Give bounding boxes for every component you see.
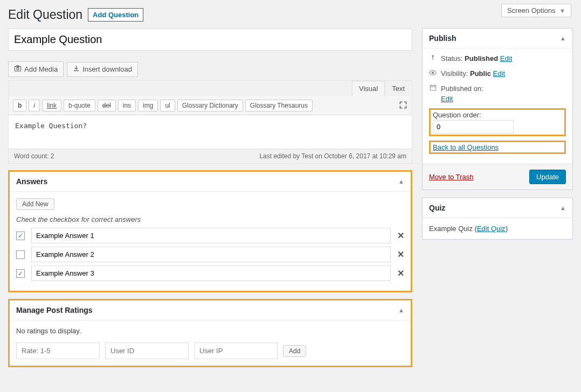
- editor-container: Visual Text b i link b-quote del ins img…: [8, 80, 412, 164]
- toolbar-ul-button[interactable]: ul: [160, 100, 175, 111]
- insert-download-label: Insert download: [82, 65, 132, 73]
- quiz-name: Example Quiz: [429, 225, 473, 233]
- chevron-up-icon[interactable]: ▲: [560, 205, 566, 211]
- svg-rect-0: [15, 67, 20, 71]
- quiz-panel-title: Quiz: [429, 204, 445, 212]
- update-button[interactable]: Update: [529, 170, 566, 184]
- quiz-panel: Quiz ▲ Example Quiz (Edit Quiz): [422, 198, 573, 240]
- svg-rect-4: [432, 57, 433, 60]
- answer-checkbox[interactable]: ✓: [16, 269, 25, 278]
- toolbar-del-button[interactable]: del: [98, 100, 116, 111]
- ratings-empty-text: No ratings to display.: [16, 327, 404, 335]
- toolbar-link-button[interactable]: link: [42, 100, 61, 111]
- answer-row: ✓ ✕: [16, 228, 404, 243]
- last-edited: Last edited by Test on October 6, 2017 a…: [259, 152, 406, 160]
- userip-input[interactable]: [194, 342, 278, 359]
- toolbar-glossary-dict-button[interactable]: Glossary Dictionary: [177, 100, 243, 111]
- add-question-button[interactable]: Add Question: [88, 8, 143, 22]
- fullscreen-icon[interactable]: [399, 101, 407, 111]
- question-order-input[interactable]: [433, 120, 514, 134]
- screen-options-button[interactable]: Screen Options ▼: [501, 4, 571, 17]
- toolbar-ins-button[interactable]: ins: [118, 100, 136, 111]
- answer-checkbox[interactable]: [16, 250, 25, 259]
- add-media-button[interactable]: Add Media: [8, 61, 64, 77]
- insert-download-button[interactable]: Insert download: [67, 62, 138, 77]
- svg-point-1: [17, 68, 19, 70]
- ratings-panel-title: Manage Post Ratings: [16, 306, 93, 314]
- edit-date-link[interactable]: Edit: [441, 95, 453, 103]
- toolbar-bquote-button[interactable]: b-quote: [64, 100, 95, 111]
- rate-input[interactable]: [16, 342, 100, 359]
- back-to-questions-link[interactable]: Back to all Questions: [433, 143, 499, 151]
- pin-icon: [429, 54, 437, 63]
- toolbar-italic-button[interactable]: i: [29, 100, 40, 111]
- svg-rect-6: [430, 86, 435, 90]
- answers-panel-title: Answers: [16, 177, 47, 186]
- edit-quiz-link[interactable]: Edit Quiz: [477, 225, 506, 233]
- add-rating-button[interactable]: Add: [283, 345, 306, 357]
- visibility-label: Visibility:: [441, 69, 468, 78]
- move-to-trash-link[interactable]: Move to Trash: [429, 173, 473, 181]
- screen-options-label: Screen Options: [507, 6, 556, 15]
- status-value: Published: [465, 54, 498, 62]
- answer-input[interactable]: [31, 265, 391, 281]
- answer-input[interactable]: [31, 228, 391, 243]
- published-on-label: Published on:: [441, 85, 483, 93]
- edit-visibility-link[interactable]: Edit: [493, 69, 505, 78]
- toolbar-img-button[interactable]: img: [138, 100, 158, 111]
- answer-row: ✕: [16, 247, 404, 262]
- answer-input[interactable]: [31, 247, 391, 262]
- tab-visual[interactable]: Visual: [352, 81, 385, 96]
- svg-point-5: [432, 72, 434, 74]
- publish-panel-title: Publish: [429, 34, 456, 43]
- answer-row: ✓ ✕: [16, 265, 404, 281]
- remove-answer-icon[interactable]: ✕: [397, 249, 404, 260]
- status-label: Status:: [441, 54, 462, 62]
- toolbar-glossary-thes-button[interactable]: Glossary Thesaurus: [245, 100, 313, 111]
- chevron-up-icon[interactable]: ▲: [398, 178, 404, 185]
- chevron-down-icon: ▼: [559, 8, 565, 14]
- remove-answer-icon[interactable]: ✕: [397, 268, 404, 278]
- question-title-input[interactable]: [8, 29, 412, 51]
- word-count: Word count: 2: [14, 152, 54, 160]
- calendar-icon: [429, 84, 437, 93]
- remove-answer-icon[interactable]: ✕: [397, 230, 404, 241]
- chevron-up-icon[interactable]: ▲: [398, 307, 404, 313]
- question-order-label: Question order:: [433, 111, 562, 119]
- eye-icon: [429, 69, 437, 78]
- answers-hint: Check the checkbox for correct answers: [16, 215, 404, 223]
- chevron-up-icon[interactable]: ▲: [560, 35, 566, 41]
- tab-text[interactable]: Text: [385, 81, 412, 96]
- download-icon: [73, 65, 80, 74]
- add-media-label: Add Media: [24, 65, 58, 73]
- answer-checkbox[interactable]: ✓: [16, 232, 25, 240]
- publish-panel: Publish ▲ Status: Published Edit: [422, 28, 573, 190]
- userid-input[interactable]: [105, 342, 189, 359]
- toolbar-bold-button[interactable]: b: [13, 100, 26, 111]
- edit-status-link[interactable]: Edit: [500, 54, 512, 62]
- camera-icon: [14, 65, 22, 74]
- add-answer-button[interactable]: Add New: [16, 198, 54, 210]
- visibility-value: Public: [470, 69, 491, 78]
- page-title: Edit Question: [8, 8, 82, 22]
- editor-textarea[interactable]: Example Question?: [9, 115, 412, 149]
